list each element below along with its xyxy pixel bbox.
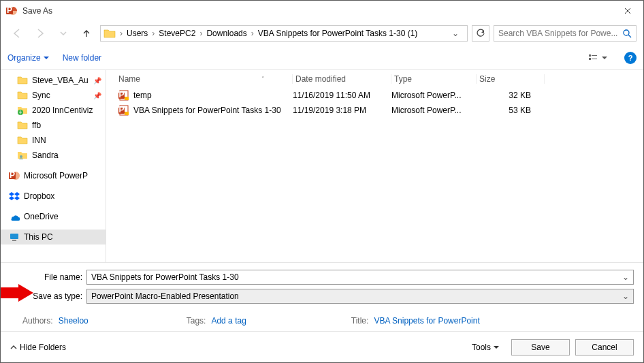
svg-rect-8 — [592, 59, 597, 59]
svg-text:P: P — [118, 90, 124, 99]
save-as-dialog: P Save As › Users› StevePC2› Downloads› … — [0, 0, 644, 363]
chevron-down-icon[interactable]: ⌄ — [622, 291, 629, 301]
filename-input[interactable] — [91, 272, 622, 282]
svg-rect-19 — [125, 97, 129, 100]
search-box[interactable] — [494, 25, 637, 42]
file-list-pane: Name˄ Date modified Type Size Ptemp11/16… — [106, 70, 643, 262]
breadcrumb-dropdown[interactable]: ⌄ — [452, 29, 464, 38]
close-icon — [624, 7, 631, 14]
organize-label: Organize — [7, 53, 41, 63]
sort-asc-icon: ˄ — [261, 76, 265, 82]
tags-label: Tags: — [187, 316, 206, 326]
tree-item[interactable]: OneDrive — [1, 209, 106, 224]
refresh-button[interactable] — [472, 25, 489, 42]
chevron-up-icon — [10, 344, 17, 351]
hide-folders-button[interactable]: Hide Folders — [10, 343, 66, 352]
tree-item[interactable]: Sandra — [1, 148, 106, 163]
svg-rect-7 — [589, 58, 591, 60]
view-options-button[interactable] — [585, 51, 611, 65]
file-list[interactable]: Ptemp11/16/2019 11:50 AMMicrosoft PowerP… — [106, 88, 643, 118]
window-title: Save As — [22, 6, 612, 16]
folder-tree[interactable]: Steve_VBA_Au📌Sync📌2020 InnCentivizffbINN… — [1, 70, 106, 262]
view-icon — [588, 53, 600, 63]
help-button[interactable]: ? — [624, 52, 637, 64]
breadcrumb[interactable]: › Users› StevePC2› Downloads› VBA Snippe… — [100, 25, 468, 42]
close-button[interactable] — [612, 1, 643, 21]
filename-label: File name: — [10, 272, 82, 282]
savetype-value: PowerPoint Macro-Enabled Presentation — [91, 291, 239, 301]
column-headers[interactable]: Name˄ Date modified Type Size — [106, 70, 643, 88]
footer-bar: Hide Folders Tools Save Cancel — [1, 331, 643, 362]
breadcrumb-item[interactable]: Users — [125, 29, 149, 38]
tree-item[interactable]: Steve_VBA_Au📌 — [1, 73, 106, 88]
svg-rect-15 — [12, 240, 16, 241]
tree-item[interactable]: Dropbox — [1, 189, 106, 204]
arrow-up-icon — [81, 28, 92, 39]
authors-label: Authors: — [22, 316, 53, 326]
chevron-down-icon[interactable]: ⌄ — [622, 272, 629, 282]
breadcrumb-item[interactable]: Downloads — [205, 29, 248, 38]
triangle-down-icon — [602, 55, 607, 61]
arrow-right-icon — [35, 28, 46, 39]
triangle-down-icon — [44, 55, 49, 61]
chevron-down-icon — [60, 30, 67, 37]
svg-text:P: P — [7, 5, 12, 15]
up-button[interactable] — [77, 24, 96, 43]
cancel-button[interactable]: Cancel — [575, 339, 634, 356]
column-name[interactable]: Name˄ — [116, 74, 293, 84]
column-date[interactable]: Date modified — [293, 74, 391, 84]
svg-rect-6 — [592, 55, 597, 56]
column-type[interactable]: Type — [391, 74, 477, 84]
savetype-label: Save as type: — [10, 291, 82, 301]
toolbar: Organize New folder ? — [1, 46, 643, 70]
tree-item[interactable]: PMicrosoft PowerP — [1, 168, 106, 183]
save-form: File name: ⌄ Save as type: PowerPoint Ma… — [1, 262, 643, 331]
organize-menu[interactable]: Organize — [7, 53, 49, 63]
svg-point-4 — [624, 30, 629, 35]
savetype-field[interactable]: PowerPoint Macro-Enabled Presentation ⌄ — [86, 289, 634, 304]
forward-button[interactable] — [31, 24, 50, 43]
tags-value[interactable]: Add a tag — [211, 316, 246, 326]
breadcrumb-item[interactable]: StevePC2 — [157, 29, 197, 38]
search-icon — [622, 29, 632, 38]
arrow-left-icon — [12, 28, 22, 39]
svg-rect-5 — [589, 54, 591, 57]
save-button[interactable]: Save — [511, 339, 570, 356]
breadcrumb-item[interactable]: VBA Snippets for PowerPoint Tasks 1-30 (… — [257, 29, 419, 38]
folder-icon — [103, 28, 116, 39]
metadata-row: Authors: Sheeloo Tags: Add a tag Title: … — [10, 316, 634, 326]
tree-item[interactable]: INN — [1, 133, 106, 148]
pin-icon: 📌 — [93, 92, 101, 99]
navigation-bar: › Users› StevePC2› Downloads› VBA Snippe… — [1, 21, 643, 46]
svg-text:P: P — [118, 105, 124, 114]
title-value[interactable]: VBA Snippets for PowerPoint — [374, 316, 479, 326]
tree-item[interactable]: ffb — [1, 118, 106, 133]
back-button[interactable] — [7, 24, 27, 43]
svg-rect-14 — [10, 234, 18, 239]
search-input[interactable] — [498, 29, 622, 38]
column-size[interactable]: Size — [477, 74, 545, 84]
pin-icon: 📌 — [93, 77, 101, 84]
powerpoint-app-icon: P — [6, 5, 17, 16]
title-label: Title: — [351, 316, 369, 326]
authors-value[interactable]: Sheeloo — [59, 316, 88, 326]
file-row[interactable]: Ptemp11/16/2019 11:50 AMMicrosoft PowerP… — [106, 88, 643, 103]
filename-field[interactable]: ⌄ — [86, 270, 634, 285]
new-folder-button[interactable]: New folder — [63, 53, 101, 63]
refresh-icon — [476, 29, 485, 38]
svg-text:P: P — [10, 170, 15, 180]
tree-item[interactable]: Sync📌 — [1, 88, 106, 103]
title-bar: P Save As — [1, 1, 643, 21]
triangle-down-icon — [494, 345, 499, 350]
body: Steve_VBA_Au📌Sync📌2020 InnCentivizffbINN… — [1, 70, 643, 262]
tree-item[interactable]: 2020 InnCentiviz — [1, 103, 106, 118]
recent-button[interactable] — [54, 24, 73, 43]
svg-rect-23 — [125, 112, 129, 115]
tools-menu[interactable]: Tools — [472, 343, 499, 352]
tree-item[interactable]: This PC — [1, 230, 106, 244]
svg-point-10 — [20, 155, 22, 158]
file-row[interactable]: PVBA Snippets for PowerPoint Tasks 1-301… — [106, 103, 643, 118]
